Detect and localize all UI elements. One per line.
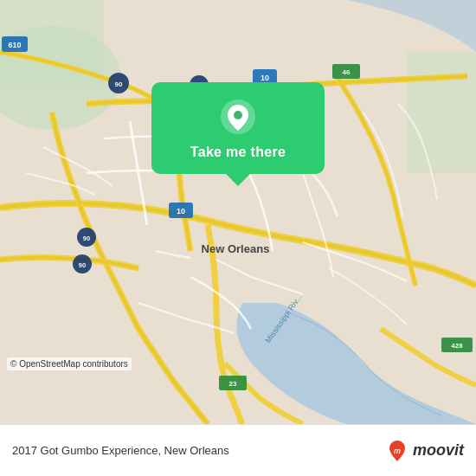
- svg-text:10: 10: [261, 74, 269, 82]
- svg-text:90: 90: [83, 235, 90, 242]
- info-bar: 2017 Got Gumbo Experience, New Orleans m…: [0, 424, 476, 476]
- svg-text:23: 23: [229, 380, 237, 388]
- svg-rect-3: [407, 52, 476, 173]
- svg-text:428: 428: [451, 342, 463, 350]
- svg-text:m: m: [394, 446, 401, 454]
- svg-text:90: 90: [79, 261, 86, 269]
- take-me-there-button[interactable]: Take me there: [190, 145, 286, 160]
- svg-text:New Orleans: New Orleans: [202, 242, 270, 255]
- moovit-brand-text: moovit: [413, 441, 464, 460]
- svg-point-27: [234, 111, 242, 119]
- osm-attribution: © OpenStreetMap contributors: [7, 357, 132, 370]
- moovit-brand-icon: m: [385, 439, 409, 463]
- svg-text:10: 10: [177, 207, 185, 215]
- svg-text:90: 90: [115, 80, 123, 88]
- location-pin-icon: [219, 98, 257, 136]
- popup-card: Take me there: [151, 82, 325, 174]
- map-container: 610 90 90 90 90 10 10 46 23 428 New Orle…: [0, 0, 476, 424]
- svg-text:46: 46: [343, 68, 351, 76]
- moovit-logo: m moovit: [385, 439, 464, 463]
- svg-text:610: 610: [8, 41, 21, 49]
- place-name: 2017 Got Gumbo Experience, New Orleans: [12, 444, 229, 457]
